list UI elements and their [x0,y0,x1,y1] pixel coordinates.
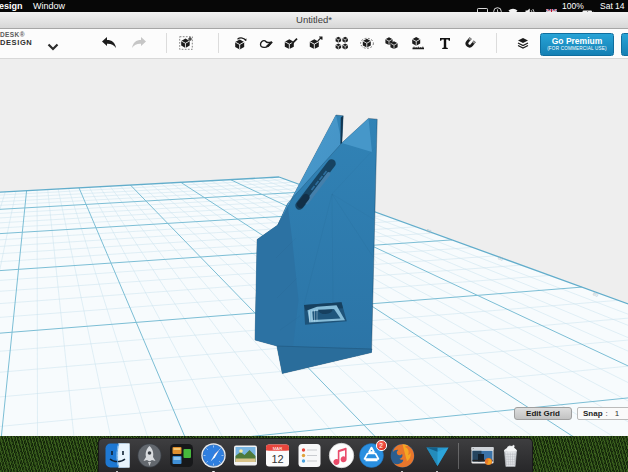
combine-icon [385,36,399,50]
snap-value[interactable]: 1 [615,409,619,418]
tool-text-button[interactable] [438,36,453,51]
dock-item-downloads[interactable] [469,442,496,469]
app-store-badge: 2 [376,440,387,451]
go-premium-sublabel: (FOR COMMERCIAL USE) [541,46,613,52]
menu-item-window[interactable]: Window [33,0,65,12]
dock-item-reminders[interactable] [296,442,323,469]
snap-label: Snap [583,409,603,418]
measure-icon [411,36,425,50]
tool-modify-button[interactable] [309,36,324,51]
undo-button[interactable] [100,35,117,53]
snap-colon: : [606,409,608,418]
reminders-icon [296,442,323,469]
tool-construct-button[interactable] [284,36,299,51]
construct-icon [284,36,298,50]
logo-123d-design: DESIGN [0,39,40,47]
material-icon [516,36,530,50]
scene: 40 60 80 [0,58,628,436]
toolbar-separator [496,33,497,53]
tool-group-button[interactable] [360,36,375,51]
menu-clock[interactable]: Sat 14 [600,0,625,12]
dashboard-icon [168,442,195,469]
123d-design-icon [424,442,451,469]
model-solid[interactable] [255,115,377,374]
wifi-icon[interactable] [508,2,518,13]
volume-icon[interactable] [525,2,535,13]
tool-measure-button[interactable] [411,36,426,51]
dock-item-itunes[interactable] [328,442,355,469]
tool-material-button[interactable] [516,36,531,51]
group-icon [360,36,374,50]
dock: MAR122 [98,438,533,472]
toolbar-separator [166,33,167,53]
itunes-icon [328,442,355,469]
safari-icon [200,442,227,469]
screen: { "menu_bar": { "app_menu": "Design", "i… [0,0,628,472]
battery-icon [582,2,594,13]
tool-transform-button[interactable] [234,36,249,51]
snap-control[interactable]: Snap:1 [577,407,628,420]
time-machine-icon[interactable] [493,2,502,13]
dock-item-safari[interactable] [200,442,227,469]
dock-separator [458,443,459,469]
window-title-bar[interactable]: Untitled* [0,12,628,29]
insert-primitive-icon [179,36,193,50]
dock-item-firefox[interactable] [389,442,416,469]
main-menu-chevron[interactable] [47,37,59,55]
photos-icon [232,442,259,469]
redo-button[interactable] [131,35,148,53]
toolbar: DESK® DESIGN Go Premium (FOR COMMERCIAL … [0,29,628,59]
airplay-icon[interactable] [477,2,488,13]
finder-icon [104,442,131,469]
snap-magnet-icon [463,36,477,50]
battery-percent: 100% [562,0,584,12]
launchpad-icon [136,442,163,469]
text-icon [438,36,452,50]
svg-text:MAR: MAR [273,446,282,451]
firefox-icon [389,442,416,469]
dock-item-calendar[interactable]: MAR12 [264,442,291,469]
trash-icon [497,442,524,469]
svg-text:12: 12 [271,453,283,465]
dock-item-123d-design[interactable] [424,442,451,469]
model-window-hole [304,302,347,325]
dock-item-trash[interactable] [497,442,524,469]
sketch-icon [259,36,273,50]
toolbar-separator [218,33,219,53]
window-title: Untitled* [0,12,628,28]
transform-icon [234,36,248,50]
go-premium-button[interactable]: Go Premium (FOR COMMERCIAL USE) [540,33,614,56]
tool-pattern-button[interactable] [335,36,350,51]
pattern-icon [335,36,349,50]
menu-app-design[interactable]: Design [0,0,23,12]
viewport-3d[interactable]: 40 60 80 Edit Grid Snap:1 [0,58,628,436]
dock-item-photos[interactable] [232,442,259,469]
tool-sketch-button[interactable] [259,36,274,51]
input-source-flag-icon[interactable] [546,2,557,13]
dock-item-finder[interactable] [104,442,131,469]
tool-insert-primitive-button[interactable] [179,36,194,51]
dock-item-dashboard[interactable] [168,442,195,469]
go-premium-label: Go Premium [541,36,613,46]
partial-button[interactable] [621,33,628,56]
dock-item-app-store[interactable]: 2 [358,442,385,469]
tool-snap-magnet-button[interactable] [463,36,478,51]
calendar-icon: MAR12 [264,442,291,469]
modify-icon [309,36,323,50]
tool-combine-button[interactable] [385,36,400,51]
menu-bar: Design Window 100% Sat 14 [0,0,628,12]
edit-grid-button[interactable]: Edit Grid [514,407,572,420]
dock-item-launchpad[interactable] [136,442,163,469]
app-logo: DESK® DESIGN [0,31,40,46]
downloads-icon [469,442,496,469]
